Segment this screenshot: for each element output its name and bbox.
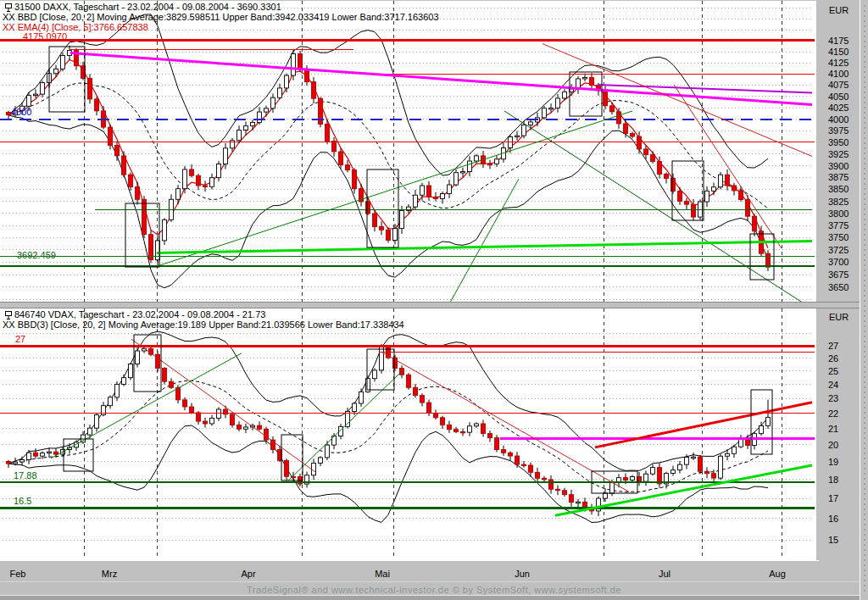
panel-splitter[interactable] xyxy=(0,302,868,308)
candles-daxx[interactable] xyxy=(7,46,771,271)
panel-daxx[interactable] xyxy=(0,1,815,308)
axis-tick-label: 3750 xyxy=(828,232,859,242)
month-label: Aug xyxy=(759,569,796,579)
axis-tick-label: 3950 xyxy=(828,137,859,147)
axis-tick-label: 3925 xyxy=(828,149,859,159)
bollinger-bands xyxy=(8,331,768,522)
axis-tick-label: 17 xyxy=(828,493,859,503)
level-label: 27 xyxy=(15,334,25,344)
axis2-currency-label: EUR xyxy=(829,312,849,322)
axis-tick-label: 3900 xyxy=(828,161,859,171)
panel2-indicator-legend: XX BBD(3) [Close, 20, 2] Moving Average:… xyxy=(3,319,404,330)
ema-line xyxy=(8,59,768,247)
axis-tick-label: 3725 xyxy=(828,245,859,255)
axis-tick-label: 21 xyxy=(828,424,859,434)
axis-tick-label: 3875 xyxy=(828,172,859,182)
axis-tick-label: 4175 xyxy=(828,36,859,46)
axis-tick-label: 16 xyxy=(828,514,859,524)
panel-pin-icon[interactable] xyxy=(4,311,13,319)
month-label: Mrz xyxy=(91,569,128,579)
axis-tick-label: 24 xyxy=(828,380,859,390)
axis-tick-label: 3675 xyxy=(828,269,859,280)
right-scroll-strip[interactable] xyxy=(860,0,868,600)
axis-tick-label: 3650 xyxy=(828,282,859,292)
panel1-title: 31500 DAXX, Tageschart - 23.02.2004 - 09… xyxy=(14,2,281,12)
axis-tick-label: 26 xyxy=(828,353,859,364)
panel-vdax[interactable] xyxy=(0,308,815,559)
panel2-title: 846740 VDAX, Tageschart - 23.02.2004 - 0… xyxy=(14,309,265,319)
annotation-boxes[interactable] xyxy=(64,335,772,493)
axis-tick-label: 4050 xyxy=(828,92,859,102)
axis-tick-label: 4075 xyxy=(828,80,859,90)
panel1-indicator-legend: XX BBD [Close, 20, 2] Moving Average:382… xyxy=(3,12,439,22)
month-label: Mai xyxy=(364,569,401,579)
axis-tick-label: 20 xyxy=(828,440,859,450)
axis-tick-label: 4100 xyxy=(828,69,859,79)
overlay-lines xyxy=(0,339,815,515)
axis-tick-label: 18 xyxy=(828,475,859,485)
month-label: Apr xyxy=(230,569,267,579)
axis-tick-label: 4000 xyxy=(828,114,859,125)
axis-tick-label: 4150 xyxy=(828,47,859,57)
axis-tick-label: 4125 xyxy=(828,58,859,68)
watermark-text: TradeSignal® and www.technical-investor.… xyxy=(0,585,868,595)
axis-tick-label: 4025 xyxy=(828,103,859,113)
axis-tick-label: 25 xyxy=(828,366,859,376)
level-label: 3692.459 xyxy=(17,250,56,260)
axis-tick-label: 3700 xyxy=(828,257,859,267)
level-label: 4000 xyxy=(11,107,31,117)
window-bottom-edge xyxy=(0,595,868,600)
axis-tick-label: 3850 xyxy=(828,184,859,194)
axis-tick-label: 3800 xyxy=(828,208,859,219)
level-label: 16.5 xyxy=(14,496,31,506)
axis1-currency-label: EUR xyxy=(829,5,849,15)
chart-canvas[interactable] xyxy=(0,0,868,600)
month-label: Jun xyxy=(504,569,541,579)
tradesignal-chart-window: { "app": { "watermark": "TradeSignal® an… xyxy=(0,0,868,600)
axis-tick-label: 3775 xyxy=(828,220,859,231)
level-label: 4175.0970 xyxy=(23,31,67,42)
month-label: Feb xyxy=(0,569,36,579)
month-label: Jul xyxy=(646,569,683,579)
axis-tick-label: 22 xyxy=(828,408,859,419)
axis-tick-label: 27 xyxy=(828,341,859,351)
bollinger-bands xyxy=(8,14,768,288)
axis-tick-label: 3825 xyxy=(828,197,859,207)
axis-tick-label: 3975 xyxy=(828,125,859,136)
axis-tick-label: 19 xyxy=(828,457,859,467)
panel-pin-icon[interactable] xyxy=(4,3,13,12)
level-label: 17.88 xyxy=(14,470,37,481)
axis-tick-label: 23 xyxy=(828,393,859,403)
axis-tick-label: 15 xyxy=(828,535,859,545)
